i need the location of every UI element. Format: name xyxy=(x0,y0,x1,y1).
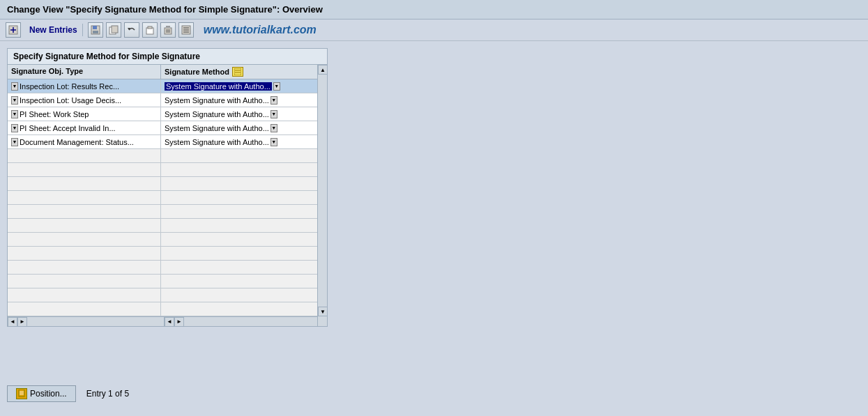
dropdown-arrow-sig-3[interactable]: ▼ xyxy=(271,110,277,118)
cell-sig-method-4: System Signature with Autho... ▼ xyxy=(161,121,317,134)
panel: Specify Signature Method for Simple Sign… xyxy=(7,48,328,327)
entry-info: Entry 1 of 5 xyxy=(86,389,129,399)
table-row-empty xyxy=(8,219,317,233)
dropdown-arrow-sig-2[interactable]: ▼ xyxy=(271,96,277,105)
separator-1 xyxy=(82,24,83,36)
panel-title: Specify Signature Method for Simple Sign… xyxy=(8,49,327,65)
cell-sig-method-2: System Signature with Autho... ▼ xyxy=(161,93,317,107)
table-row-empty xyxy=(8,275,317,288)
cell-obj-type-4: ▼ PI Sheet: Accept Invalid In... xyxy=(8,121,161,134)
dropdown-arrow-4[interactable]: ▼ xyxy=(11,124,18,132)
table-row-empty xyxy=(8,191,317,205)
new-entries-label[interactable]: New Entries xyxy=(29,25,77,35)
scroll-left-arrow[interactable]: ◄ xyxy=(8,317,17,327)
table-row-empty xyxy=(8,288,317,302)
horizontal-scrollbar[interactable]: ◄ ► ◄ ► xyxy=(8,316,317,326)
dropdown-arrow-2[interactable]: ▼ xyxy=(11,96,18,105)
position-icon xyxy=(16,388,27,399)
col-header-sig-method: Signature Method xyxy=(161,65,317,79)
cell-obj-type-2: ▼ Inspection Lot: Usage Decis... xyxy=(8,93,161,107)
table-row[interactable]: ▼ Inspection Lot: Results Rec... System … xyxy=(8,79,317,93)
table-body: ▼ Inspection Lot: Results Rec... System … xyxy=(8,79,317,316)
table-row-empty xyxy=(8,177,317,191)
table-row[interactable]: ▼ Inspection Lot: Usage Decis... System … xyxy=(8,93,317,107)
table-row-empty xyxy=(8,205,317,219)
column-settings-icon[interactable] xyxy=(232,67,243,77)
save-icon[interactable] xyxy=(88,22,103,38)
table-header: Signature Obj. Type Signature Method xyxy=(8,65,317,79)
svg-rect-5 xyxy=(93,31,98,33)
dropdown-arrow-sig-5[interactable]: ▼ xyxy=(271,138,277,146)
new-entries-icon[interactable] xyxy=(6,22,21,38)
main-content: Specify Signature Method for Simple Sign… xyxy=(0,41,868,334)
position-label: Position... xyxy=(30,389,67,399)
copy-icon[interactable] xyxy=(106,22,121,38)
extra-icon[interactable] xyxy=(178,22,194,38)
scroll-left-arrow-2[interactable]: ◄ xyxy=(165,317,174,327)
cell-obj-type-3: ▼ PI Sheet: Work Step xyxy=(8,107,161,121)
table-row-empty xyxy=(8,233,317,247)
svg-rect-7 xyxy=(112,26,118,33)
scroll-up-btn[interactable]: ▲ xyxy=(318,65,328,75)
cell-obj-type-5: ▼ Document Management: Status... xyxy=(8,135,161,148)
title-bar: Change View "Specify Signature Method fo… xyxy=(0,0,868,20)
cell-obj-type-1: ▼ Inspection Lot: Results Rec... xyxy=(8,79,161,93)
vertical-scrollbar: ▲ ▼ xyxy=(317,65,327,326)
undo-icon[interactable] xyxy=(124,22,139,38)
position-button[interactable]: Position... xyxy=(7,385,76,402)
dropdown-arrow-3[interactable]: ▼ xyxy=(11,110,18,118)
col-header-obj-type: Signature Obj. Type xyxy=(8,65,161,79)
scroll-right-arrow-1[interactable]: ► xyxy=(17,317,27,327)
table-row[interactable]: ▼ PI Sheet: Accept Invalid In... System … xyxy=(8,121,317,135)
svg-rect-20 xyxy=(234,68,241,75)
scroll-down-btn[interactable]: ▼ xyxy=(318,307,328,316)
scroll-right-arrow-2[interactable]: ► xyxy=(174,317,184,327)
svg-rect-4 xyxy=(93,26,97,29)
scroll-spacer xyxy=(318,316,327,326)
svg-rect-10 xyxy=(148,26,152,29)
table-with-scroll: Signature Obj. Type Signature Method xyxy=(8,65,327,326)
dropdown-arrow-sig-4[interactable]: ▼ xyxy=(271,124,277,132)
title-text: Change View "Specify Signature Method fo… xyxy=(7,4,323,15)
cell-sig-method-1: System Signature with Autho... ▼ xyxy=(161,79,317,93)
table-row-empty xyxy=(8,261,317,275)
table-row-empty xyxy=(8,149,317,163)
table-area: Signature Obj. Type Signature Method xyxy=(8,65,317,326)
scroll-track xyxy=(318,75,327,307)
dropdown-arrow-1[interactable]: ▼ xyxy=(11,82,18,91)
paste-icon[interactable] xyxy=(142,22,158,38)
dropdown-arrow-sig-1[interactable]: ▼ xyxy=(273,82,280,91)
delete-icon[interactable] xyxy=(160,22,176,38)
bottom-bar: Position... Entry 1 of 5 xyxy=(7,385,129,402)
toolbar: New Entries xyxy=(0,20,868,41)
dropdown-arrow-5[interactable]: ▼ xyxy=(11,138,18,146)
table-row-empty xyxy=(8,163,317,177)
table-row[interactable]: ▼ Document Management: Status... System … xyxy=(8,135,317,149)
table-row-empty xyxy=(8,302,317,316)
cell-sig-method-3: System Signature with Autho... ▼ xyxy=(161,107,317,121)
table-row[interactable]: ▼ PI Sheet: Work Step System Signature w… xyxy=(8,107,317,121)
cell-sig-method-5: System Signature with Autho... ▼ xyxy=(161,135,317,148)
table-row-empty xyxy=(8,247,317,261)
watermark: www.tutorialkart.com xyxy=(204,24,317,36)
